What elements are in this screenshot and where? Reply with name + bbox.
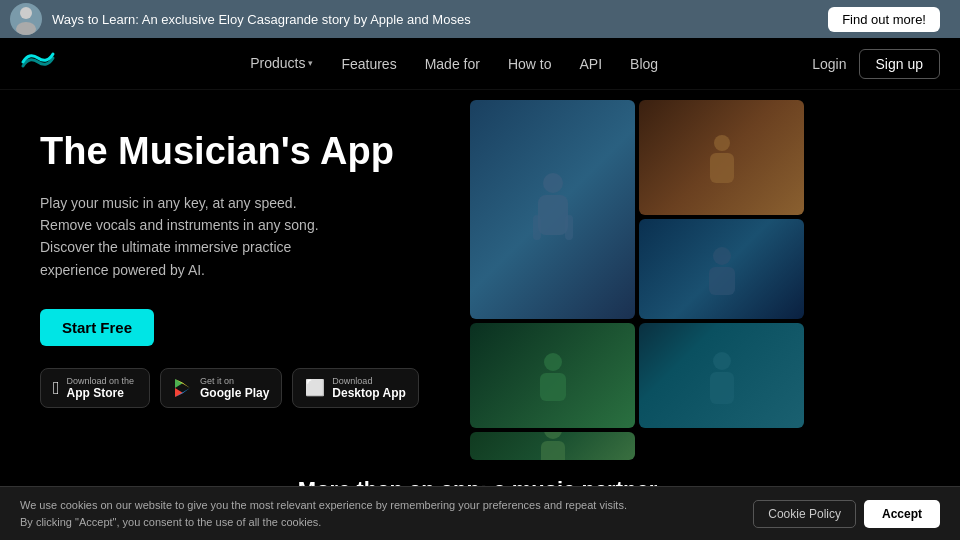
svg-point-11	[714, 135, 730, 151]
login-button[interactable]: Login	[812, 56, 846, 72]
desktop-icon: ⬜	[305, 380, 325, 396]
hero-image-grid	[460, 90, 960, 470]
nav-link-how-to[interactable]: How to	[508, 56, 552, 72]
signup-button[interactable]: Sign up	[859, 49, 940, 79]
svg-point-19	[544, 432, 562, 439]
hero-image-5	[639, 323, 804, 428]
svg-marker-4	[175, 388, 183, 397]
nav-link-made-for[interactable]: Made for	[425, 56, 480, 72]
google-play-button[interactable]: Get it on Google Play	[160, 368, 282, 408]
google-play-small: Get it on	[200, 376, 269, 386]
hero-title: The Musician's App	[40, 130, 440, 174]
hero-left: The Musician's App Play your music in an…	[0, 90, 480, 540]
svg-rect-20	[541, 441, 565, 460]
app-store-small: Download on the	[67, 376, 135, 386]
svg-rect-16	[540, 373, 566, 401]
svg-rect-14	[709, 267, 735, 295]
svg-point-7	[543, 173, 563, 193]
svg-rect-18	[710, 372, 734, 404]
svg-point-13	[713, 247, 731, 265]
find-out-button[interactable]: Find out more!	[828, 7, 940, 32]
google-play-name: Google Play	[200, 386, 269, 400]
chevron-down-icon: ▾	[308, 58, 313, 68]
nav-link-products[interactable]: Products ▾	[250, 55, 313, 71]
desktop-app-button[interactable]: ⬜ Download Desktop App	[292, 368, 419, 408]
svg-rect-12	[710, 153, 734, 183]
logo[interactable]	[20, 48, 56, 80]
banner-left: Ways to Learn: An exclusive Eloy Casagra…	[10, 3, 471, 35]
cookie-banner: We use cookies on our website to give yo…	[0, 486, 960, 540]
accept-button[interactable]: Accept	[864, 500, 940, 528]
nav-links: Products ▾ Features Made for How to API …	[96, 55, 812, 73]
hero-description: Play your music in any key, at any speed…	[40, 192, 330, 282]
svg-rect-9	[533, 215, 541, 240]
banner-text: Ways to Learn: An exclusive Eloy Casagra…	[52, 12, 471, 27]
nav-actions: Login Sign up	[812, 49, 940, 79]
desktop-small: Download	[332, 376, 406, 386]
nav-item-made-for[interactable]: Made for	[425, 55, 480, 73]
hero-image-6	[470, 432, 635, 460]
banner-avatar	[10, 3, 42, 35]
svg-point-15	[544, 353, 562, 371]
main-content: The Musician's App Play your music in an…	[0, 90, 960, 540]
nav-item-features[interactable]: Features	[341, 55, 396, 73]
svg-point-17	[713, 352, 731, 370]
nav-link-api[interactable]: API	[579, 56, 602, 72]
svg-point-0	[20, 7, 32, 19]
hero-image-3	[639, 219, 804, 319]
start-free-button[interactable]: Start Free	[40, 309, 154, 346]
app-store-button[interactable]:  Download on the App Store	[40, 368, 150, 408]
nav-link-blog[interactable]: Blog	[630, 56, 658, 72]
logo-svg	[20, 48, 56, 76]
nav-link-features[interactable]: Features	[341, 56, 396, 72]
hero-image-2	[639, 100, 804, 215]
hero-image-4	[470, 323, 635, 428]
svg-rect-8	[538, 195, 568, 235]
google-play-icon	[173, 378, 193, 398]
nav-item-blog[interactable]: Blog	[630, 55, 658, 73]
nav-item-api[interactable]: API	[579, 55, 602, 73]
avatar-svg	[10, 3, 42, 35]
cookie-text: We use cookies on our website to give yo…	[20, 497, 640, 530]
navbar: Products ▾ Features Made for How to API …	[0, 38, 960, 90]
top-banner: Ways to Learn: An exclusive Eloy Casagra…	[0, 0, 960, 38]
svg-point-1	[16, 22, 36, 35]
nav-item-how-to[interactable]: How to	[508, 55, 552, 73]
cookie-actions: Cookie Policy Accept	[753, 500, 940, 528]
desktop-name: Desktop App	[332, 386, 406, 400]
nav-item-products[interactable]: Products ▾	[250, 55, 313, 73]
cookie-policy-button[interactable]: Cookie Policy	[753, 500, 856, 528]
svg-marker-3	[175, 379, 183, 388]
svg-rect-10	[565, 215, 573, 240]
app-store-name: App Store	[67, 386, 135, 400]
hero-image-1	[470, 100, 635, 319]
apple-icon: 	[53, 379, 60, 397]
store-buttons:  Download on the App Store Get it on G	[40, 368, 440, 408]
